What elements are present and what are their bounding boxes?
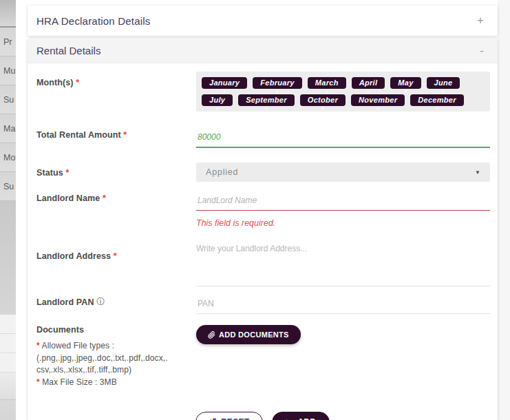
landlord-name-field xyxy=(196,193,490,211)
chip-remove-icon[interactable]: x xyxy=(321,106,324,111)
month-chip-label: June xyxy=(427,77,460,89)
add-button-label: ADD xyxy=(297,417,316,420)
background-header-fragment xyxy=(0,0,16,28)
chip-remove-icon[interactable]: x xyxy=(326,89,328,94)
required-asterisk: * xyxy=(65,168,69,178)
landlord-pan-field xyxy=(196,297,490,314)
month-chip-label: May xyxy=(390,77,421,89)
landlord-name-input[interactable] xyxy=(196,196,490,210)
month-chip-label: November xyxy=(351,94,405,106)
required-asterisk: * xyxy=(103,193,106,203)
rental-details-title: Rental Details xyxy=(36,45,100,56)
chip-remove-icon[interactable]: x xyxy=(436,106,438,111)
documents-row: Documents * Allowed File types : (.png,.… xyxy=(28,325,498,388)
month-chip-label: January xyxy=(202,77,247,89)
month-chip-label: February xyxy=(253,77,301,89)
month-chip[interactable]: Februaryx xyxy=(253,77,301,94)
chip-remove-icon[interactable]: x xyxy=(376,106,379,111)
background-row-fragment: Mo xyxy=(0,143,16,172)
background-row-fragment xyxy=(0,353,16,372)
hra-declaration-accordion-header[interactable]: HRA Declaration Details + xyxy=(28,6,498,36)
required-asterisk: * xyxy=(76,78,79,87)
status-row: Status * Applied ▼ xyxy=(28,162,498,182)
landlord-pan-input[interactable] xyxy=(196,299,490,313)
month-chip-label: March xyxy=(308,77,346,89)
total-rental-amount-label: Total Rental Amount * xyxy=(36,130,196,140)
month-chip[interactable]: Marchx xyxy=(308,77,346,94)
chip-remove-icon[interactable]: x xyxy=(276,89,279,94)
months-row: Month(s) * JanuaryxFebruaryxMarchxAprilx… xyxy=(28,72,498,112)
rental-details-accordion-header[interactable]: Rental Details - xyxy=(28,39,498,63)
documents-allowed-note: * Allowed File types : (.png,.jpg,.jpeg,… xyxy=(36,340,196,388)
form-actions: ↺ RESET ADD xyxy=(28,412,498,420)
status-select[interactable]: Applied ▼ xyxy=(196,162,490,182)
landlord-name-label: Landlord Name * xyxy=(36,193,196,203)
chip-remove-icon[interactable]: x xyxy=(265,106,268,111)
background-row-fragment xyxy=(0,334,16,353)
background-block xyxy=(0,372,16,400)
reset-button-label: RESET xyxy=(221,417,250,420)
background-row-fragment: Su xyxy=(0,172,16,201)
total-rental-amount-input[interactable] xyxy=(196,132,490,147)
background-block xyxy=(0,201,16,315)
month-chip[interactable]: Novemberx xyxy=(351,94,405,111)
collapse-minus-icon[interactable]: - xyxy=(480,44,484,58)
background-row-fragment xyxy=(0,315,16,334)
chip-remove-icon[interactable]: x xyxy=(442,89,445,94)
background-page-strip: Pr Mu Su Ma Mo Su xyxy=(0,0,16,420)
background-row-fragment: Pr xyxy=(0,28,16,56)
month-chip-label: September xyxy=(238,94,295,106)
landlord-pan-label: Landlord PAN ⓘ xyxy=(36,297,196,308)
chip-remove-icon[interactable]: x xyxy=(216,106,219,111)
add-documents-label: ADD DOCUMENTS xyxy=(219,330,289,339)
chip-remove-icon[interactable]: x xyxy=(404,89,407,94)
month-chip-label: July xyxy=(202,94,233,106)
background-row-fragment: Mu xyxy=(0,56,16,85)
months-multiselect[interactable]: JanuaryxFebruaryxMarchxAprilxMayxJunexJu… xyxy=(196,72,490,112)
status-selected-value: Applied xyxy=(206,167,238,177)
month-chip[interactable]: Aprilx xyxy=(352,77,385,94)
month-chip[interactable]: Octoberx xyxy=(300,94,346,111)
month-chip[interactable]: Septemberx xyxy=(238,94,295,111)
chevron-down-icon: ▼ xyxy=(475,169,480,176)
add-button[interactable]: ADD xyxy=(272,412,330,420)
hra-declaration-title: HRA Declaration Details xyxy=(36,15,151,27)
month-chip[interactable]: Januaryx xyxy=(202,77,247,94)
landlord-name-error: This field is required. xyxy=(196,218,490,228)
required-asterisk: * xyxy=(114,251,117,261)
hra-declaration-panel: HRA Declaration Details + Rental Details… xyxy=(28,6,498,420)
background-row-fragment: Ma xyxy=(0,114,16,143)
landlord-address-row: Landlord Address * Write your Landlord A… xyxy=(28,241,498,286)
landlord-address-textarea[interactable]: Write your Landlord Address... xyxy=(196,241,490,286)
required-asterisk: * xyxy=(123,130,127,140)
landlord-address-placeholder: Write your Landlord Address... xyxy=(196,244,307,253)
background-row-fragment: Su xyxy=(0,85,16,114)
month-chip[interactable]: Julyx xyxy=(202,94,233,111)
page-right-gutter xyxy=(498,0,510,420)
add-documents-button[interactable]: ADD DOCUMENTS xyxy=(196,325,301,344)
total-rental-amount-row: Total Rental Amount * xyxy=(28,130,498,148)
info-icon[interactable]: ⓘ xyxy=(96,296,105,308)
status-label: Status * xyxy=(36,162,196,178)
expand-plus-icon[interactable]: + xyxy=(477,14,484,28)
reset-button[interactable]: ↺ RESET xyxy=(195,412,264,420)
documents-label: Documents xyxy=(36,325,196,335)
month-chip[interactable]: Junex xyxy=(427,77,460,94)
month-chip-label: December xyxy=(410,94,464,106)
landlord-address-label: Landlord Address * xyxy=(36,241,196,261)
month-chip[interactable]: Mayx xyxy=(390,77,421,94)
months-label: Month(s) * xyxy=(36,72,196,87)
documents-label-block: Documents * Allowed File types : (.png,.… xyxy=(36,325,196,388)
landlord-name-row: Landlord Name * This field is required. xyxy=(28,193,498,228)
background-block xyxy=(0,400,16,420)
landlord-pan-row: Landlord PAN ⓘ xyxy=(28,297,498,314)
rental-details-card: Rental Details - Month(s) * JanuaryxFebr… xyxy=(28,39,498,420)
month-chip[interactable]: Decemberx xyxy=(410,94,464,111)
month-chip-label: April xyxy=(352,77,385,89)
chip-remove-icon[interactable]: x xyxy=(367,89,370,94)
chip-remove-icon[interactable]: x xyxy=(223,89,226,94)
month-chip-label: October xyxy=(300,94,346,106)
paperclip-icon xyxy=(208,331,215,339)
total-rental-amount-field xyxy=(196,130,490,148)
rental-details-form: Month(s) * JanuaryxFebruaryxMarchxAprilx… xyxy=(28,63,498,420)
